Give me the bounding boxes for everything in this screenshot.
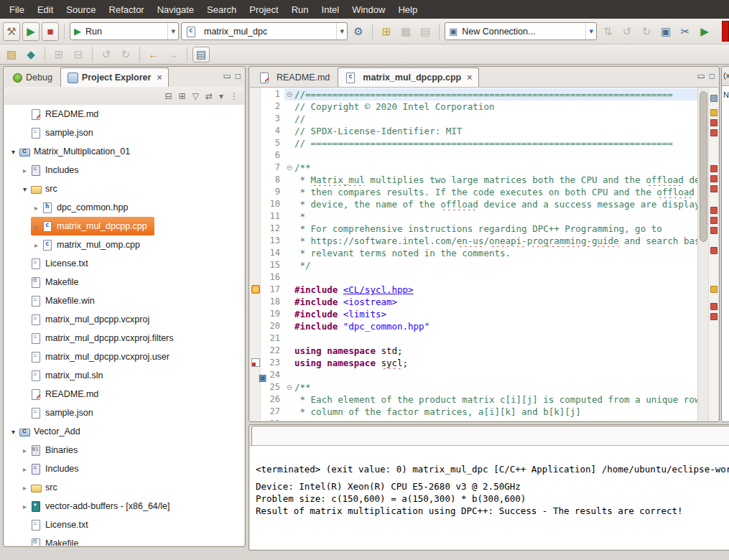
tree-item[interactable]: ▸Includes xyxy=(4,161,244,179)
tree-item[interactable]: Makefile xyxy=(4,273,244,291)
scrollbar-thumb[interactable] xyxy=(700,91,707,242)
step-over-button[interactable]: ↻ xyxy=(638,22,655,41)
expand-arrow-icon[interactable]: ▸ xyxy=(31,223,42,230)
code-line[interactable]: 2// Copyright © 2020 Intel Corporation xyxy=(260,101,698,113)
overview-ruler[interactable] xyxy=(708,88,718,421)
connection-sort-button[interactable]: ⇅ xyxy=(599,22,616,41)
annotation-mark[interactable] xyxy=(710,303,718,310)
menu-edit[interactable]: Edit xyxy=(31,0,60,19)
annotation-mark[interactable] xyxy=(710,165,718,172)
redo-button[interactable]: ↻ xyxy=(117,47,134,62)
tree-item[interactable]: ▾src xyxy=(4,179,244,198)
build-button[interactable]: ⚒ xyxy=(3,22,20,41)
code-line[interactable]: 13 * https://software.intel.com/en-us/on… xyxy=(260,235,698,247)
run-button[interactable]: ▶ xyxy=(22,22,40,41)
fold-minus-icon[interactable]: ⊖ xyxy=(284,88,294,101)
tree-item[interactable]: Makefile.win xyxy=(4,291,244,310)
tree-item[interactable]: ▸dpc_common.hpp xyxy=(4,198,244,217)
annotation-mark[interactable] xyxy=(710,95,718,102)
annotation-mark[interactable] xyxy=(710,175,718,182)
forward-button[interactable]: → xyxy=(164,47,182,62)
code-line[interactable]: 23using namespace sycl; xyxy=(260,357,698,369)
editor-tab-matrix_mul_dpcpp.cpp[interactable]: matrix_mul_dpcpp.cpp× xyxy=(338,67,479,87)
maximize-icon[interactable]: □ xyxy=(236,71,241,81)
link-with-editor-icon[interactable]: ⇄ xyxy=(205,91,213,101)
collapse-arrow-icon[interactable]: ▾ xyxy=(8,428,19,436)
collapse-arrow-icon[interactable]: ▾ xyxy=(8,148,19,156)
annotation-mark[interactable] xyxy=(710,207,718,214)
tree-item[interactable]: README.md xyxy=(4,385,244,403)
menu-window[interactable]: Window xyxy=(345,0,391,19)
annotation-mark[interactable] xyxy=(710,286,718,293)
marker-column[interactable] xyxy=(250,88,261,421)
console-body[interactable]: <terminated> (exit value: 0) matrix_mul_… xyxy=(250,445,729,549)
tree-item[interactable]: ▸Binaries xyxy=(4,441,244,459)
tree-item[interactable]: ▸src xyxy=(4,478,244,497)
filter-icon[interactable]: ▽ xyxy=(192,91,199,101)
annotation-mark[interactable] xyxy=(710,217,718,224)
code-line[interactable]: 22using namespace std; xyxy=(260,345,698,357)
expand-arrow-icon[interactable]: ▸ xyxy=(19,484,30,492)
code-line[interactable]: 20#include "dpc_common.hpp" xyxy=(260,320,698,332)
collapse-all-icon[interactable]: ⊟ xyxy=(165,91,172,101)
code-line[interactable]: 18#include <iostream> xyxy=(260,296,698,308)
view-menu-icon[interactable]: ▾ xyxy=(219,91,223,101)
menu-run[interactable]: Run xyxy=(285,0,315,19)
tree-item[interactable]: sample.json xyxy=(4,123,244,142)
warning-marker-icon[interactable] xyxy=(251,285,260,294)
code-line[interactable]: 16 xyxy=(260,271,698,284)
code-line[interactable]: 10 * device, the name of the offload dev… xyxy=(260,198,698,210)
code-line[interactable]: 8 * Matrix_mul multiplies two large matr… xyxy=(260,174,698,186)
menu-navigate[interactable]: Navigate xyxy=(151,0,200,19)
editor-tab-readme.md[interactable]: README.md xyxy=(251,67,337,87)
run-last-button[interactable]: ▶ xyxy=(696,22,713,41)
code-line[interactable]: 14 * relevant terms noted in the comment… xyxy=(260,247,698,259)
menu-project[interactable]: Project xyxy=(243,0,284,19)
tree-item[interactable]: ▸matrix_mul_dpcpp.cpp xyxy=(4,217,244,235)
code-line[interactable]: 1⊖//====================================… xyxy=(260,88,698,101)
menu-help[interactable]: Help xyxy=(391,0,424,19)
editor-scrollbar[interactable] xyxy=(697,88,709,421)
editor-body[interactable]: 1⊖//====================================… xyxy=(250,87,718,421)
expand-arrow-icon[interactable]: ▸ xyxy=(19,447,30,454)
annotation-mark[interactable] xyxy=(710,185,718,192)
annotation-mark[interactable] xyxy=(710,247,718,254)
expand-button[interactable]: ⊞ xyxy=(50,47,68,62)
close-icon[interactable]: × xyxy=(157,73,162,83)
tree-item[interactable]: sample.json xyxy=(4,403,244,422)
code-line[interactable]: 5// ====================================… xyxy=(260,137,698,149)
step-into-button[interactable]: ↺ xyxy=(618,22,636,41)
chevron-down-icon[interactable]: ▾ xyxy=(585,23,596,39)
code-line[interactable]: 21 xyxy=(260,332,698,345)
connection-dropdown[interactable]: ▣ New Connection... ▾ xyxy=(445,22,597,40)
collapse-arrow-icon[interactable]: ▾ xyxy=(19,185,30,193)
menu-search[interactable]: Search xyxy=(200,0,243,19)
open-resource-button[interactable]: ▨ xyxy=(3,47,20,62)
tree-item[interactable]: Makefile xyxy=(4,534,244,546)
tree-item[interactable]: matrix_mul_dpcpp.vcxproj xyxy=(4,310,244,329)
expand-arrow-icon[interactable]: ▸ xyxy=(19,167,30,174)
code-line[interactable]: 19#include <limits> xyxy=(260,308,698,320)
tree-item[interactable]: ▾Vector_Add xyxy=(4,422,244,441)
tree-item[interactable]: matrix_mul_dpcpp.vcxproj.user xyxy=(4,347,244,366)
annotation-mark[interactable] xyxy=(710,313,718,320)
back-button[interactable]: ← xyxy=(145,47,162,62)
code-line[interactable]: 12 * For comprehensive instructions rega… xyxy=(260,223,698,235)
spelling-marker-icon[interactable] xyxy=(251,358,260,367)
expand-arrow-icon[interactable]: ▸ xyxy=(19,503,30,510)
chevron-down-icon[interactable]: ▾ xyxy=(167,23,178,39)
tree-item[interactable]: ▸vector-add-buffers - [x86_64/le] xyxy=(4,497,244,515)
annotation-mark[interactable] xyxy=(710,109,718,116)
menu-source[interactable]: Source xyxy=(60,0,102,19)
stop-button[interactable]: ■ xyxy=(42,22,59,41)
launch-settings-button[interactable]: ⚙ xyxy=(350,22,367,41)
new-wizard-button[interactable]: ⊞ xyxy=(378,22,395,41)
collapse-button[interactable]: ⊟ xyxy=(70,47,87,62)
fold-minus-icon[interactable]: ⊖ xyxy=(284,162,294,174)
code-line[interactable]: 17#include <CL/sycl.hpp> xyxy=(260,284,698,296)
code-line[interactable]: 11 * xyxy=(260,210,698,223)
console-tab-console[interactable]: ▣Console× xyxy=(251,426,729,445)
tree-item[interactable]: License.txt xyxy=(4,254,244,273)
tab-debug[interactable]: Debug xyxy=(6,67,60,87)
tab-project-explorer[interactable]: Project Explorer× xyxy=(60,67,170,87)
